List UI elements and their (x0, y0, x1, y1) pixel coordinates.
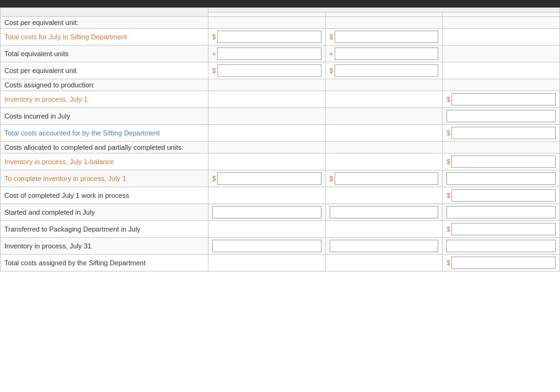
dm-cell (208, 79, 325, 91)
conv-cell[interactable] (325, 204, 443, 221)
table-row: Cost of completed July 1 work in process… (1, 187, 560, 204)
value-input[interactable] (335, 64, 439, 77)
row-label: Started and completed in July (1, 204, 209, 221)
conv-cell (325, 125, 443, 142)
conv-cell (325, 17, 443, 29)
table-row: Total costs accounted for by the Sifting… (1, 125, 560, 142)
total-cell[interactable]: $ (443, 154, 560, 170)
value-input[interactable] (212, 240, 322, 252)
table-row: Total costs assigned by the Sifting Depa… (1, 255, 560, 272)
value-input[interactable] (446, 240, 556, 252)
value-input[interactable] (217, 172, 322, 185)
row-label: Total costs accounted for by the Sifting… (1, 125, 209, 142)
conv-cell (325, 91, 443, 108)
dollar-sign: $ (446, 192, 450, 199)
conv-cell[interactable] (325, 238, 443, 255)
conv-cell[interactable]: $ (325, 62, 443, 79)
value-input[interactable] (451, 127, 556, 139)
total-cell[interactable]: $ (443, 187, 560, 204)
conv-cell (325, 187, 443, 204)
conv-cell (325, 154, 443, 170)
value-input[interactable] (335, 31, 439, 43)
dollar-sign: $ (212, 33, 216, 41)
table-row: To complete inventory in process, July 1… (1, 170, 560, 187)
dm-cell[interactable]: $ (208, 170, 325, 187)
value-input[interactable] (451, 93, 556, 105)
row-label: Total costs for July in Sifting Departme… (1, 29, 209, 46)
total-cell[interactable] (443, 170, 560, 187)
table-row: Inventory in process, July 31 (1, 238, 560, 255)
value-input[interactable] (217, 31, 322, 43)
total-cell[interactable] (443, 204, 560, 221)
total-cell (443, 46, 560, 62)
value-input[interactable] (330, 206, 439, 218)
value-input[interactable] (451, 223, 556, 235)
col-total (443, 12, 560, 17)
table-row: Total costs for July in Sifting Departme… (1, 29, 560, 46)
table-row: Inventory in process, July 1$ (1, 91, 560, 108)
row-label: Inventory in process, July 31 (1, 238, 209, 255)
dm-cell[interactable]: ÷ (208, 46, 325, 62)
total-cell (443, 142, 560, 154)
dollar-sign: $ (330, 175, 333, 182)
value-input[interactable] (446, 172, 556, 185)
row-label: Cost per equivalent unit: (1, 17, 209, 29)
divider-sign: ÷ (212, 50, 216, 57)
value-input[interactable] (451, 189, 556, 202)
row-label: Cost per equivalent unit (1, 62, 209, 79)
row-label: Costs assigned to production: (1, 79, 209, 91)
total-cell[interactable]: $ (443, 221, 560, 238)
total-cell[interactable]: $ (443, 255, 560, 272)
conv-cell (325, 108, 443, 125)
col-direct-materials (208, 12, 325, 17)
table-row: Cost per equivalent unit$$ (1, 62, 560, 79)
title-bar (0, 0, 560, 7)
value-input[interactable] (330, 240, 439, 252)
dm-cell[interactable]: $ (208, 62, 325, 79)
dollar-sign: $ (330, 67, 333, 74)
table-row: Transferred to Packaging Department in J… (1, 221, 560, 238)
dm-cell (208, 91, 325, 108)
value-input[interactable] (217, 47, 322, 60)
value-input[interactable] (212, 206, 322, 218)
dollar-sign: $ (446, 259, 450, 267)
dm-cell (208, 125, 325, 142)
value-input[interactable] (446, 206, 556, 218)
conv-cell[interactable]: $ (325, 170, 443, 187)
table-row: Costs allocated to completed and partial… (1, 142, 560, 154)
table-row: Costs assigned to production: (1, 79, 560, 91)
dm-cell[interactable] (208, 238, 325, 255)
value-input[interactable] (335, 47, 439, 60)
costs-group-header (208, 8, 559, 12)
total-cell[interactable]: $ (443, 125, 560, 142)
col-conversion (325, 12, 443, 17)
total-cell (443, 29, 560, 46)
value-input[interactable] (335, 172, 439, 185)
dm-cell[interactable] (208, 204, 325, 221)
total-cell[interactable] (443, 108, 560, 125)
table-row: Costs incurred in July (1, 108, 560, 125)
dm-cell (208, 154, 325, 170)
value-input[interactable] (446, 110, 556, 122)
table-row: Inventory in process, July 1-balance$ (1, 154, 560, 170)
conv-cell[interactable]: $ (325, 29, 443, 46)
dm-cell (208, 108, 325, 125)
conv-cell (325, 79, 443, 91)
total-cell[interactable]: $ (443, 91, 560, 108)
row-label: Inventory in process, July 1 (1, 91, 209, 108)
total-cell (443, 17, 560, 29)
total-cell (443, 62, 560, 79)
table-row: Started and completed in July (1, 204, 560, 221)
row-label: Costs incurred in July (1, 108, 209, 125)
row-label: Total equivalent units (1, 46, 209, 62)
value-input[interactable] (451, 155, 556, 168)
value-input[interactable] (451, 257, 556, 269)
conv-cell[interactable]: ÷ (325, 46, 443, 62)
costs-column-header (1, 8, 209, 17)
dollar-sign: $ (212, 67, 216, 74)
total-cell[interactable] (443, 238, 560, 255)
dm-cell[interactable]: $ (208, 29, 325, 46)
table-row: Cost per equivalent unit: (1, 17, 560, 29)
dm-cell (208, 255, 325, 272)
value-input[interactable] (217, 64, 322, 77)
